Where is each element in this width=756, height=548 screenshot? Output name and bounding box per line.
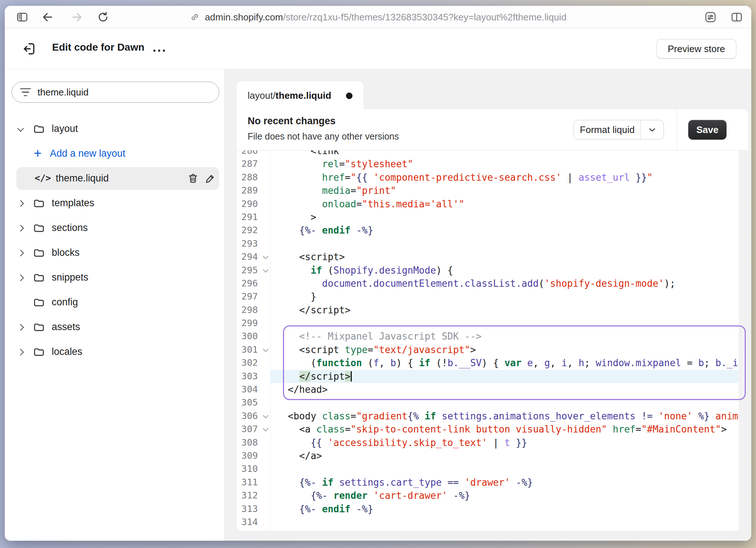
chevron-right-icon[interactable]: [17, 324, 24, 330]
sidebar-item-templates[interactable]: templates: [5, 191, 224, 216]
chevron-right-icon[interactable]: [17, 225, 24, 231]
exit-editor-icon[interactable]: [21, 41, 37, 57]
code-line[interactable]: <script>: [270, 250, 739, 263]
editor-card: No recent changes File does not have any…: [237, 109, 748, 531]
fold-chevron-icon[interactable]: [263, 413, 269, 419]
line-number: 288: [237, 171, 258, 184]
line-number: 295: [237, 264, 258, 277]
rename-file-icon[interactable]: [204, 173, 216, 184]
code-line[interactable]: {%- endif -%}: [270, 502, 739, 516]
code-pane[interactable]: <link rel="stylesheet" href="{{ 'compone…: [270, 150, 739, 531]
code-line[interactable]: >: [270, 211, 739, 224]
chevron-right-icon[interactable]: [17, 349, 24, 355]
gutter-row: 314: [237, 516, 270, 529]
fold-chevron-icon[interactable]: [263, 426, 269, 432]
code-line[interactable]: [270, 516, 739, 529]
sidebar-item-config[interactable]: config: [5, 290, 224, 315]
sidebar-item-assets[interactable]: assets: [5, 315, 224, 340]
overflow-menu-icon[interactable]: [153, 50, 165, 52]
url-domain: admin.shopify.com: [205, 12, 283, 23]
chevron-right-icon[interactable]: [17, 200, 24, 207]
chevron-down-icon[interactable]: [17, 125, 24, 132]
delete-file-icon[interactable]: [187, 173, 199, 184]
line-number: 296: [237, 277, 258, 290]
url-bar[interactable]: admin.shopify.com/store/rzq1xu-f5/themes…: [5, 6, 751, 28]
code-line[interactable]: rel="stylesheet": [270, 157, 739, 171]
line-number: 315: [237, 529, 258, 531]
line-number: 294: [237, 250, 258, 263]
fold-chevron-icon[interactable]: [263, 254, 269, 259]
tab-theme-liquid[interactable]: layout/theme.liquid: [237, 81, 363, 110]
sidebar-item-locales[interactable]: locales: [5, 340, 224, 364]
save-button[interactable]: Save: [688, 120, 727, 140]
code-line[interactable]: [270, 396, 739, 409]
preview-store-button[interactable]: Preview store: [657, 39, 737, 59]
code-editor[interactable]: 2862872882892902912922932942952962972982…: [237, 150, 748, 531]
filter-icon: [20, 88, 31, 97]
gutter-row: 312: [237, 489, 270, 502]
format-liquid-button[interactable]: Format liquid: [574, 120, 664, 140]
line-number: 307: [237, 423, 258, 436]
reader-settings-icon[interactable]: [704, 11, 717, 24]
code-line[interactable]: </script>: [270, 304, 739, 317]
code-line[interactable]: {{ 'accessibility.skip_to_text' | t }}: [270, 436, 739, 449]
code-line[interactable]: [270, 317, 739, 330]
folder-icon: [33, 321, 45, 333]
code-line[interactable]: <link: [270, 150, 739, 157]
tab-path-prefix: layout/: [248, 90, 276, 101]
code-line[interactable]: if (Shopify.designMode) {: [270, 264, 739, 277]
folder-label: locales: [52, 346, 82, 357]
chevron-right-icon[interactable]: [17, 274, 24, 281]
code-line[interactable]: (function (f, b) { if (!b.__SV) { var e,…: [270, 356, 739, 369]
code-line[interactable]: href="{{ 'component-predictive-search.cs…: [270, 171, 739, 184]
code-line[interactable]: }: [270, 290, 739, 303]
add-new-layout-button[interactable]: + Add a new layout: [5, 141, 224, 166]
gutter-row: 306: [237, 410, 270, 423]
line-number: 312: [237, 489, 258, 502]
sidebar-item-blocks[interactable]: blocks: [5, 240, 224, 265]
split-view-icon[interactable]: [730, 11, 743, 24]
folder-label: templates: [52, 197, 94, 209]
chevron-right-icon[interactable]: [17, 250, 24, 256]
code-line[interactable]: media="print": [270, 184, 739, 197]
code-line[interactable]: [270, 237, 739, 250]
code-line[interactable]: <body class="gradient{% if settings.anim…: [270, 410, 739, 423]
gutter-row: 307: [237, 423, 270, 436]
code-line[interactable]: </a>: [270, 449, 739, 462]
code-line[interactable]: {%- render 'cart-drawer' -%}: [270, 489, 739, 502]
line-number: 299: [237, 317, 258, 330]
code-line[interactable]: document.documentElement.classList.add('…: [270, 277, 739, 290]
editor-region: layout/theme.liquid No recent changes Fi…: [225, 69, 751, 541]
code-line[interactable]: [270, 462, 739, 475]
code-line[interactable]: </head>: [270, 383, 739, 396]
scrollbar-gutter[interactable]: [739, 150, 748, 531]
search-input[interactable]: [38, 87, 211, 98]
code-line[interactable]: {% sections 'header-group' %}: [270, 529, 739, 531]
folder-label: config: [52, 297, 78, 308]
code-line[interactable]: {%- endif -%}: [270, 224, 739, 237]
format-options-chevron-icon[interactable]: [641, 127, 664, 132]
browser-toolbar: admin.shopify.com/store/rzq1xu-f5/themes…: [5, 6, 751, 28]
sidebar-item-theme-liquid[interactable]: </> theme.liquid: [5, 166, 224, 191]
gutter-row: 308: [237, 436, 270, 449]
link-icon: [189, 12, 200, 23]
file-search[interactable]: [12, 82, 219, 103]
code-line[interactable]: <a class="skip-to-content-link button vi…: [270, 423, 739, 436]
line-number: 309: [237, 449, 258, 462]
code-line[interactable]: <!-- Mixpanel Javascript SDK -->: [270, 330, 739, 343]
folder-icon: [33, 247, 45, 259]
browser-window: admin.shopify.com/store/rzq1xu-f5/themes…: [5, 6, 751, 541]
code-line[interactable]: {%- if settings.cart_type == 'drawer' -%…: [270, 476, 739, 489]
gutter-row: 305: [237, 396, 270, 409]
gutter-row: 286: [237, 150, 270, 157]
sidebar-item-sections[interactable]: sections: [5, 216, 224, 240]
sidebar-item-layout[interactable]: layout: [5, 117, 224, 141]
code-line[interactable]: </script>: [270, 370, 739, 383]
fold-chevron-icon[interactable]: [263, 267, 269, 273]
fold-chevron-icon[interactable]: [263, 347, 269, 352]
code-line[interactable]: <script type="text/javascript">: [270, 343, 739, 356]
sidebar-item-snippets[interactable]: snippets: [5, 265, 224, 290]
line-number: 308: [237, 436, 258, 449]
line-number: 314: [237, 516, 258, 529]
code-line[interactable]: onload="this.media='all'": [270, 197, 739, 211]
